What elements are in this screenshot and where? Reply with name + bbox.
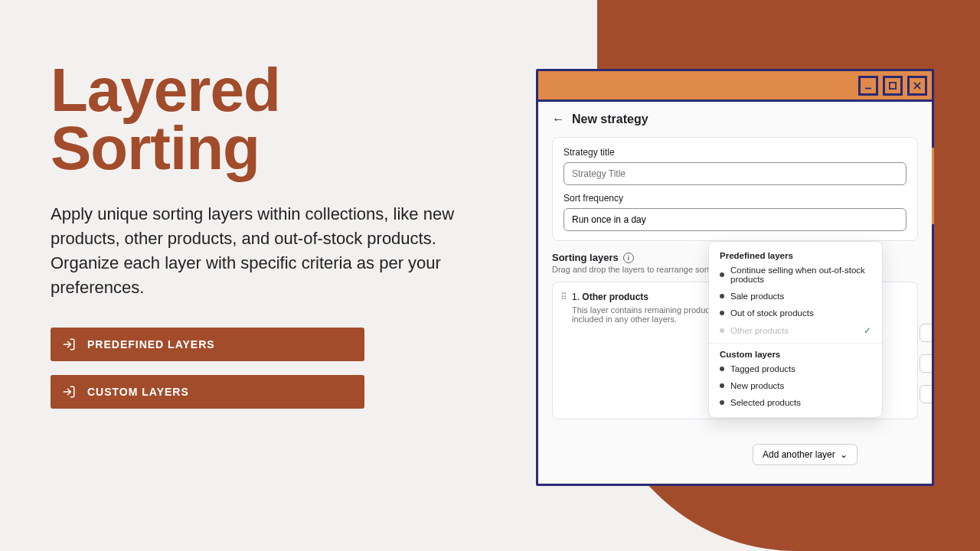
close-button[interactable] bbox=[907, 76, 927, 96]
maximize-button[interactable] bbox=[883, 76, 903, 96]
side-action-row bbox=[920, 385, 932, 403]
back-arrow-icon[interactable]: ← bbox=[552, 112, 564, 126]
bullet-icon bbox=[720, 328, 724, 333]
dropdown-predefined-heading: Predefined layers bbox=[709, 248, 882, 262]
window-body: ← New strategy Strategy title Sort frequ… bbox=[538, 102, 932, 484]
add-another-layer-button[interactable]: Add another layer ⌄ bbox=[753, 444, 858, 465]
drag-handle-icon[interactable]: ⠿ bbox=[560, 292, 566, 302]
dropdown-item-out-of-stock[interactable]: Out of stock products bbox=[709, 305, 882, 321]
layer-dropdown: Predefined layers Continue selling when … bbox=[708, 241, 883, 418]
hero-title-line2: Sorting bbox=[51, 114, 260, 182]
pill-group: PREDEFINED LAYERS CUSTOM LAYERS bbox=[51, 328, 510, 409]
hero-description: Apply unique sorting layers within colle… bbox=[51, 202, 495, 300]
enter-icon bbox=[61, 337, 77, 352]
dropdown-item-sale-products[interactable]: Sale products bbox=[709, 288, 882, 305]
side-action-chip[interactable] bbox=[920, 354, 932, 373]
info-icon[interactable]: i bbox=[623, 253, 634, 263]
window-titlebar bbox=[538, 71, 932, 102]
scrollbar-accent bbox=[932, 148, 934, 224]
dropdown-item-continue-selling[interactable]: Continue selling when out-of-stock produ… bbox=[709, 262, 882, 288]
layer-name: Other products bbox=[582, 292, 648, 302]
hero-title: Layered Sorting bbox=[51, 61, 510, 178]
bullet-icon bbox=[720, 400, 724, 405]
app-window: ← New strategy Strategy title Sort frequ… bbox=[536, 69, 934, 486]
sort-frequency-select[interactable] bbox=[564, 208, 906, 231]
bullet-icon bbox=[720, 383, 724, 388]
pill-label: PREDEFINED LAYERS bbox=[87, 338, 215, 350]
sort-frequency-label: Sort frequency bbox=[564, 193, 906, 204]
check-icon: ✓ bbox=[864, 325, 871, 336]
side-action-row bbox=[920, 324, 932, 342]
layer-index: 1. bbox=[572, 292, 580, 302]
bullet-icon bbox=[720, 294, 724, 298]
dropdown-item-new-products[interactable]: New products bbox=[709, 377, 882, 394]
side-action-row bbox=[920, 354, 932, 373]
page-title: New strategy bbox=[572, 112, 648, 126]
page-header: ← New strategy bbox=[552, 112, 918, 126]
bullet-icon bbox=[720, 272, 724, 277]
bullet-icon bbox=[720, 311, 724, 315]
enter-icon bbox=[61, 384, 77, 399]
svg-rect-3 bbox=[890, 82, 896, 88]
strategy-form-card: Strategy title Sort frequency bbox=[552, 137, 918, 241]
predefined-layers-pill[interactable]: PREDEFINED LAYERS bbox=[51, 328, 364, 361]
side-action-chip[interactable] bbox=[920, 385, 932, 403]
dropdown-item-tagged-products[interactable]: Tagged products bbox=[709, 360, 882, 377]
stage: Layered Sorting Apply unique sorting lay… bbox=[0, 0, 980, 551]
strategy-title-input[interactable] bbox=[564, 162, 906, 185]
dropdown-custom-heading: Custom layers bbox=[709, 347, 882, 360]
minimize-button[interactable] bbox=[858, 76, 878, 96]
bullet-icon bbox=[720, 367, 724, 371]
chevron-down-icon: ⌄ bbox=[840, 449, 848, 460]
custom-layers-pill[interactable]: CUSTOM LAYERS bbox=[51, 375, 364, 409]
divider bbox=[709, 343, 882, 344]
pill-label: CUSTOM LAYERS bbox=[87, 386, 189, 398]
side-actions bbox=[920, 324, 932, 403]
strategy-title-label: Strategy title bbox=[564, 147, 906, 158]
side-action-chip[interactable] bbox=[920, 324, 932, 342]
dropdown-item-other-products: Other products✓ bbox=[709, 321, 882, 340]
hero-section: Layered Sorting Apply unique sorting lay… bbox=[51, 61, 510, 409]
dropdown-item-selected-products[interactable]: Selected products bbox=[709, 394, 882, 411]
